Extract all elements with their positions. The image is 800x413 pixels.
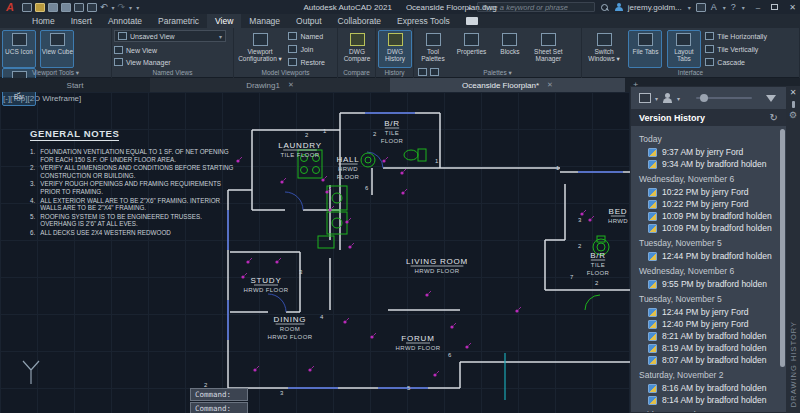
dwg-compare-button[interactable]: DWG Compare [340,30,374,68]
file-tab-oceanside-floorplan-[interactable]: Oceanside Floorplan*✕ [390,78,625,92]
ribbon-tab-manage[interactable]: Manage [241,14,288,28]
minimize-button[interactable]: – [756,3,760,12]
tile-vertically-button[interactable]: Tile Vertically [705,43,767,55]
save-as-icon[interactable] [61,3,71,12]
version-entry[interactable]: 9:37 AM by jerry Ford [639,146,776,158]
ribbon-tab-annotate[interactable]: Annotate [100,14,150,28]
file-tab-drawing1[interactable]: Drawing1✕ [150,78,390,92]
tool-palettes-button[interactable]: Tool Palettes [416,30,450,68]
version-entry[interactable]: 8:07 AM by bradford holden [639,354,776,366]
version-entry[interactable]: 8:16 AM by bradford holden [639,382,776,394]
ucs-icon-toggle-button[interactable]: UCS Icon [2,30,36,68]
user-filter-icon[interactable] [662,93,673,104]
filter-icon[interactable] [766,95,776,102]
help-icon[interactable]: ? [731,2,736,12]
refresh-icon[interactable]: ↻ [770,113,778,123]
ribbon-tab-view[interactable]: View [207,14,241,28]
redo-caret-icon[interactable]: ▾ [129,4,132,11]
autocad-logo-icon[interactable]: A [0,0,20,14]
version-entry[interactable]: 12:40 PM by jerry Ford [639,318,776,330]
undo-caret-icon[interactable]: ▾ [112,4,115,11]
command-prompt-line[interactable]: Command: [190,388,248,401]
search-icon[interactable] [600,3,609,12]
sheet-set-manager-button[interactable]: Sheet Set Manager [531,30,565,68]
autodesk-a-icon[interactable]: A [711,2,717,12]
version-entry[interactable]: 8:19 AM by bradford holden [639,342,776,354]
version-entry[interactable]: 8:21 AM by bradford holden [639,330,776,342]
version-entry[interactable]: 9:34 AM by bradford holden [639,158,776,170]
save-icon[interactable] [48,3,58,12]
dwg-history-button[interactable]: DWG History [378,30,412,68]
command-line[interactable]: Command: Command: [190,388,248,413]
ribbon-tab-express-tools[interactable]: Express Tools [389,14,458,28]
app-store-cart-icon[interactable] [696,3,706,12]
file-tabs-toggle-button[interactable]: File Tabs [628,30,662,68]
switch-windows-button[interactable]: Switch Windows ▾ [584,30,624,68]
tile-horizontally-button[interactable]: Tile Horizontally [705,30,767,42]
join-icon [288,45,297,53]
panel-label-viewport-tools[interactable]: Viewport Tools ▾ [0,68,111,78]
close-tab-icon[interactable]: ✕ [547,81,553,89]
search-flyout-icon[interactable]: ▸ [469,4,472,11]
version-entry[interactable]: 10:22 PM by jerry Ford [639,198,776,210]
version-entry[interactable]: 8:14 AM by bradford holden [639,394,776,406]
ribbon-tab-parametric[interactable]: Parametric [150,14,207,28]
close-tab-icon[interactable]: ✕ [288,81,294,89]
named-viewports-button[interactable]: Named [288,30,325,42]
join-viewports-button[interactable]: Join [288,43,325,55]
help-caret-icon[interactable]: ▾ [742,4,745,11]
user-caret-icon[interactable]: ▾ [688,4,691,11]
close-button[interactable]: ✕ [789,3,796,12]
cascade-button[interactable]: Cascade [705,56,767,68]
open-folder-icon[interactable] [35,3,45,12]
viewport-configuration-button[interactable]: Viewport Configuration ▾ [236,30,284,68]
electrical-outlet-symbol [241,275,244,278]
view-manager-button[interactable]: View Manager [114,56,231,68]
autodesk-caret-icon[interactable]: ▾ [723,4,726,11]
date-range-slider[interactable] [696,97,752,99]
ribbon-tab-home[interactable]: Home [24,14,63,28]
view-cube-toggle-button[interactable]: View Cube [40,30,74,68]
printer-icon[interactable] [87,3,97,12]
undo-icon[interactable]: ↶ [100,2,108,12]
version-entry[interactable]: 12:44 PM by bradford holden [639,250,776,262]
room-name-label: HALL [336,155,359,164]
file-tab-start[interactable]: Start [0,78,150,92]
panel-interface: Switch Windows ▾ File Tabs Layout Tabs T… [582,28,800,78]
command-input-line[interactable]: Command: [190,402,248,413]
new-file-icon[interactable] [22,3,32,12]
restore-button[interactable] [771,4,778,10]
slider-knob[interactable] [700,94,708,102]
user-filter-caret-icon[interactable]: ▾ [677,95,680,102]
properties-button[interactable]: Properties [454,30,488,68]
ribbon-tab-collaborate[interactable]: Collaborate [330,14,389,28]
version-history-header: Version History ↻ [631,109,786,126]
version-entry[interactable]: 9:55 PM by bradford holden [639,278,776,290]
ribbon-tab-insert[interactable]: Insert [63,14,100,28]
palette-close-icon[interactable]: ✕ [790,88,797,98]
workspace-icon[interactable] [466,17,478,25]
palette-properties-icon[interactable]: ⚙ [789,110,797,120]
layout-tabs-toggle-button[interactable]: Layout Tabs [667,30,701,68]
version-source-icon[interactable] [639,93,651,103]
version-list-scrollbar[interactable] [780,129,785,367]
plot-icon[interactable] [74,3,84,12]
version-entry[interactable]: 10:09 PM by bradford holden [639,210,776,222]
search-input[interactable] [477,2,595,12]
auto-hide-pin-icon[interactable] [792,101,795,108]
panel-label-palettes[interactable]: Palettes ▾ [414,68,581,78]
version-source-caret-icon[interactable]: ▾ [655,95,658,102]
named-view-dropdown[interactable]: Unsaved View ▾ [114,30,226,42]
restore-viewports-button[interactable]: Restore [288,56,325,68]
version-entry[interactable]: 10:09 PM by bradford holden [639,222,776,234]
customize-qat-caret-icon[interactable]: ▾ [136,4,139,11]
user-avatar-icon[interactable] [614,3,623,12]
version-entry[interactable]: 10:22 PM by jerry Ford [639,186,776,198]
username[interactable]: jeremy.goldm... [628,3,682,12]
redo-icon[interactable]: ↷ [118,2,126,12]
new-view-button[interactable]: New View [114,44,231,56]
ribbon-tab-output[interactable]: Output [288,14,330,28]
fixture-circle [361,153,375,167]
version-entry[interactable]: 12:44 PM by jerry Ford [639,306,776,318]
blocks-button[interactable]: Blocks [493,30,527,68]
